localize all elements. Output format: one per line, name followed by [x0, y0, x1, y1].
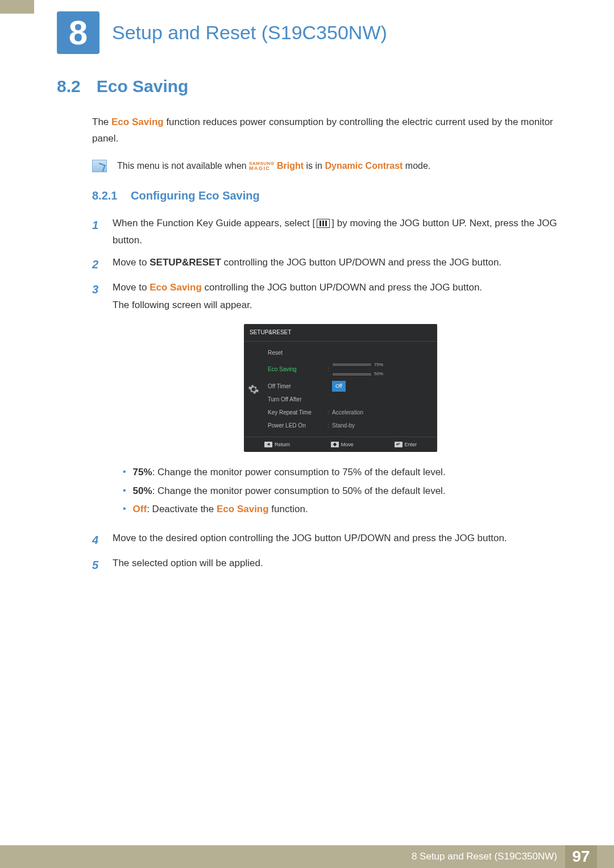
osd-footer-return-label: Return: [275, 440, 290, 449]
step-4: 4 Move to the desired option controlling…: [92, 530, 569, 550]
option-bullets: • 75%: Change the monitor power consumpt…: [123, 463, 569, 518]
step-number: 1: [92, 215, 102, 250]
subsection-heading: 8.2.1 Configuring Eco Saving: [92, 189, 569, 202]
note-pre: This menu is not available when: [117, 161, 249, 171]
osd-side-icon: [244, 342, 263, 437]
step-number: 5: [92, 555, 102, 575]
bullet-text: : Change the monitor power consumption t…: [152, 485, 446, 496]
bullet-post: function.: [269, 504, 308, 514]
osd-menu: Reset Eco Saving : 75% 50%: [263, 342, 437, 437]
section-title: Eco Saving: [97, 77, 189, 96]
magic-bot: MAGIC: [249, 166, 274, 171]
osd-label: Reset: [268, 348, 327, 358]
step-number: 3: [92, 279, 102, 525]
step-3-target: Eco Saving: [150, 282, 202, 293]
note-mid: is in: [306, 161, 325, 171]
note-mode: Dynamic Contrast: [325, 161, 403, 171]
note-bright: Bright: [277, 161, 304, 171]
menu-icon: [317, 219, 330, 228]
osd-label: Key Repeat Time: [268, 408, 327, 418]
intro-term: Eco Saving: [111, 117, 164, 127]
bar-label-50: 50%: [374, 370, 383, 378]
osd-row-eco-saving: Eco Saving : 75% 50%: [263, 359, 437, 380]
intro-paragraph: The Eco Saving function reduces power co…: [92, 114, 569, 147]
gear-icon: [248, 384, 259, 395]
note-post: mode.: [405, 161, 430, 171]
osd-label: Turn Off After: [268, 394, 327, 405]
osd-row-off-timer: Off Timer Off: [263, 380, 437, 393]
bullet-icon: •: [123, 500, 126, 518]
osd-footer: ◄Return ◆Move ↵Enter: [244, 437, 437, 452]
note-icon: [92, 160, 107, 172]
osd-row-turn-off-after: Turn Off After: [263, 393, 437, 406]
section-heading: 8.2 Eco Saving: [57, 77, 569, 96]
osd-row-reset: Reset: [263, 346, 437, 359]
step-5-text: The selected option will be applied.: [113, 555, 569, 575]
chapter-header: 8 Setup and Reset (S19C350NW): [57, 11, 614, 54]
osd-footer-enter: ↵Enter: [395, 440, 417, 449]
osd-label: Off Timer: [268, 381, 327, 392]
osd-label: Eco Saving: [268, 364, 327, 375]
intro-pre: The: [92, 117, 111, 127]
step-1: 1 When the Function Key Guide appears, s…: [92, 215, 569, 250]
osd-eco-bars: 75% 50%: [332, 361, 433, 379]
bar-label-75: 75%: [374, 361, 383, 369]
step-number: 4: [92, 530, 102, 550]
footer-text: 8 Setup and Reset (S19C350NW): [412, 851, 557, 862]
bullet-term: 50%: [133, 485, 152, 496]
bullet-term2: Eco Saving: [217, 504, 269, 514]
step-3-line2: The following screen will appear.: [113, 297, 569, 314]
bullet-mid: : Deactivate the: [147, 504, 217, 514]
step-4-text: Move to the desired option controlling t…: [113, 530, 569, 550]
osd-footer-move-label: Move: [341, 440, 354, 449]
step-3-pre: Move to: [113, 282, 150, 293]
enter-icon: ↵: [395, 442, 403, 447]
osd-footer-enter-label: Enter: [405, 440, 417, 449]
osd-title: SETUP&RESET: [244, 324, 437, 342]
page-number: 97: [565, 845, 597, 868]
subsection-number: 8.2.1: [92, 189, 117, 202]
step-1-pre: When the Function Key Guide appears, sel…: [113, 218, 315, 229]
step-5: 5 The selected option will be applied.: [92, 555, 569, 575]
step-2-post: controlling the JOG button UP/DOWN and p…: [221, 257, 501, 268]
note-text: This menu is not available when SAMSUNG …: [117, 161, 430, 171]
bullet-term: Off: [133, 504, 147, 514]
bullet-75: • 75%: Change the monitor power consumpt…: [123, 463, 569, 481]
osd-value: Acceleration: [332, 408, 433, 418]
off-chip: Off: [332, 381, 346, 391]
osd-footer-return: ◄Return: [264, 440, 290, 449]
page-footer: 8 Setup and Reset (S19C350NW) 97: [0, 845, 614, 868]
osd-row-power-led: Power LED On : Stand-by: [263, 419, 437, 432]
bullet-50: • 50%: Change the monitor power consumpt…: [123, 482, 569, 500]
osd-screenshot: SETUP&RESET Reset Eco Saving: [244, 324, 437, 452]
chapter-title: Setup and Reset (S19C350NW): [112, 22, 387, 44]
bullet-off: • Off: Deactivate the Eco Saving functio…: [123, 500, 569, 518]
subsection-title: Configuring Eco Saving: [131, 189, 260, 202]
step-number: 2: [92, 254, 102, 275]
osd-value: Stand-by: [332, 421, 433, 431]
step-2: 2 Move to SETUP&RESET controlling the JO…: [92, 254, 569, 275]
step-2-target: SETUP&RESET: [150, 257, 221, 268]
chapter-number-box: 8: [57, 11, 99, 54]
step-2-pre: Move to: [113, 257, 150, 268]
note-row: This menu is not available when SAMSUNG …: [92, 160, 569, 172]
step-3-mid: controlling the JOG button UP/DOWN and p…: [202, 282, 482, 293]
page-tab-stripe: [0, 0, 34, 14]
return-icon: ◄: [264, 442, 272, 447]
samsung-magic-logo: SAMSUNG MAGIC: [249, 161, 274, 171]
bullet-text: : Change the monitor power consumption t…: [152, 467, 446, 477]
steps-list: 1 When the Function Key Guide appears, s…: [92, 215, 569, 575]
osd-footer-move: ◆Move: [331, 440, 354, 449]
step-3: 3 Move to Eco Saving controlling the JOG…: [92, 279, 569, 525]
section-number: 8.2: [57, 77, 81, 96]
move-icon: ◆: [331, 442, 339, 447]
bullet-icon: •: [123, 482, 126, 500]
bullet-term: 75%: [133, 467, 152, 477]
bullet-icon: •: [123, 463, 126, 481]
osd-row-key-repeat: Key Repeat Time : Acceleration: [263, 406, 437, 419]
osd-label: Power LED On: [268, 421, 327, 431]
